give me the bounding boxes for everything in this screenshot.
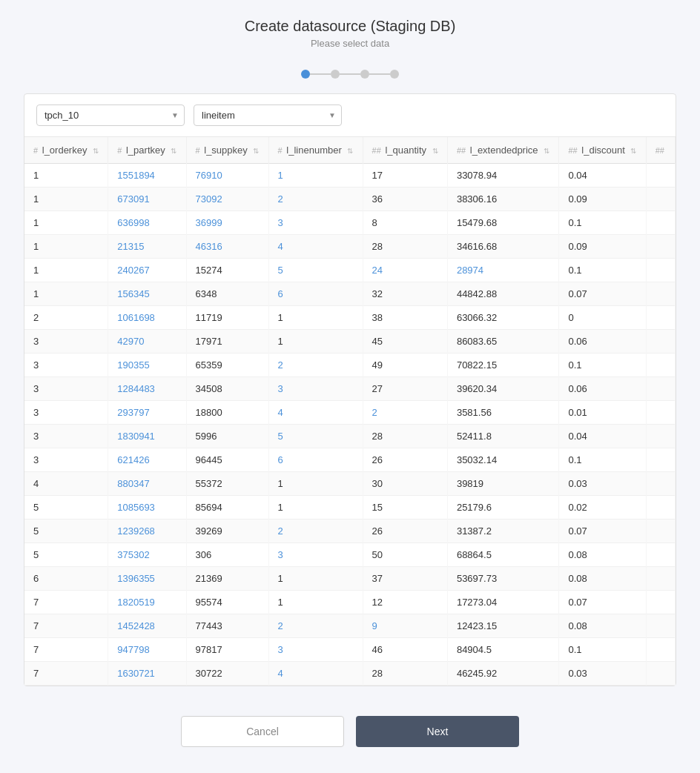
col-header-l_partkey[interactable]: # l_partkey ⇅ — [108, 137, 186, 164]
table-cell: 0.07 — [559, 591, 646, 614]
table-cell: 3 — [268, 211, 363, 235]
col-header-l_discount[interactable]: ## l_discount ⇅ — [559, 137, 646, 164]
table-cell: 39620.34 — [447, 377, 559, 401]
table-cell: 37 — [363, 567, 447, 591]
table-cell: 3 — [24, 377, 108, 401]
table-cell: 5 — [24, 520, 108, 543]
table-cell: 0.06 — [559, 377, 646, 401]
table-cell — [646, 543, 675, 567]
step-line-3 — [369, 73, 390, 75]
table-row: 312844833450832739620.340.06 — [24, 377, 676, 401]
table-cell — [646, 591, 675, 614]
table-row: 3429701797114586083.650.06 — [24, 330, 676, 354]
table-cell: 63066.32 — [447, 306, 559, 330]
table-cell: 3 — [24, 354, 108, 377]
sort-icon-l_discount: ⇅ — [630, 147, 636, 155]
table-cell: 35032.14 — [447, 448, 559, 472]
table-row: 488034755372130398190.03 — [24, 472, 676, 496]
table-cell: 12423.15 — [447, 614, 559, 638]
table-cell: 2 — [24, 306, 108, 330]
table-cell: 8 — [363, 211, 447, 235]
table-row: 1213154631642834616.680.09 — [24, 235, 676, 259]
col-header-l_suppkey[interactable]: # l_suppkey ⇅ — [186, 137, 268, 164]
table-cell: 12 — [363, 591, 447, 614]
table-row: 79477989781734684904.50.1 — [24, 638, 676, 662]
table-row: 1156345634863244842.880.07 — [24, 282, 676, 306]
table-cell: 1 — [268, 567, 363, 591]
table-row: 613963552136913753697.730.08 — [24, 567, 676, 591]
table-cell — [646, 614, 675, 638]
table-cell: 15274 — [186, 259, 268, 282]
table-cell — [646, 638, 675, 662]
table-dropdown[interactable]: lineitem ▼ — [194, 104, 342, 126]
table-cell: 5996 — [186, 425, 268, 448]
table-row: 537530230635068864.50.08 — [24, 543, 676, 567]
table-cell: 1396355 — [108, 567, 186, 591]
table-container[interactable]: # l_orderkey ⇅ # l_partkey ⇅ # l_suppkey… — [24, 137, 676, 686]
table-cell: 4 — [268, 401, 363, 425]
step-line-2 — [340, 73, 360, 75]
table-cell: 55372 — [186, 472, 268, 496]
table-row: 718205199557411217273.040.07 — [24, 591, 676, 614]
table-cell: 44842.88 — [447, 282, 559, 306]
table-cell: 4 — [268, 235, 363, 259]
sort-icon-l_quantity: ⇅ — [432, 147, 438, 155]
table-row: 36214269644562635032.140.1 — [24, 448, 676, 472]
database-select[interactable]: tpch_10 — [36, 104, 185, 126]
col-header-l_quantity[interactable]: ## l_quantity ⇅ — [363, 137, 447, 164]
col-header-l_orderkey[interactable]: # l_orderkey ⇅ — [24, 137, 108, 164]
table-cell: 1 — [268, 496, 363, 520]
table-cell: 2 — [268, 614, 363, 638]
table-cell: 7 — [24, 662, 108, 686]
table-select[interactable]: lineitem — [194, 104, 342, 126]
table-cell: 46245.92 — [447, 662, 559, 686]
next-button[interactable]: Next — [356, 716, 519, 747]
table-cell: 65359 — [186, 354, 268, 377]
sort-icon-l_partkey: ⇅ — [171, 147, 176, 155]
table-cell: 50 — [363, 543, 447, 567]
table-cell: 6348 — [186, 282, 268, 306]
sort-icon-l_extendedprice: ⇅ — [544, 147, 549, 155]
table-cell: 1 — [268, 306, 363, 330]
table-cell: 17 — [363, 164, 447, 188]
table-cell: 38 — [363, 306, 447, 330]
table-cell: 28 — [363, 662, 447, 686]
table-cell: 293797 — [108, 401, 186, 425]
table-cell: 190355 — [108, 354, 186, 377]
table-cell: 5 — [268, 425, 363, 448]
table-row: 71452428774432912423.150.08 — [24, 614, 676, 638]
col-header-l_linenumber[interactable]: # l_linenumber ⇅ — [268, 137, 363, 164]
col-header-l_extendedprice[interactable]: ## l_extendedprice ⇅ — [447, 137, 559, 164]
table-cell — [646, 662, 675, 686]
table-cell: 38306.16 — [447, 188, 559, 211]
table-row: 16730917309223638306.160.09 — [24, 188, 676, 211]
table-cell: 26 — [363, 448, 447, 472]
table-cell: 4 — [24, 472, 108, 496]
table-cell: 1452428 — [108, 614, 186, 638]
table-cell: 49 — [363, 354, 447, 377]
table-cell: 1 — [24, 259, 108, 282]
table-cell: 1 — [24, 282, 108, 306]
table-cell: 1820519 — [108, 591, 186, 614]
table-cell: 6 — [268, 448, 363, 472]
table-cell: 5 — [24, 496, 108, 520]
table-cell: 1830941 — [108, 425, 186, 448]
step-3-dot — [360, 70, 369, 79]
table-cell: 34616.68 — [447, 235, 559, 259]
table-cell — [646, 259, 675, 282]
table-cell: 45 — [363, 330, 447, 354]
table-cell: 1 — [24, 164, 108, 188]
table-cell — [646, 164, 675, 188]
table-cell: 0.1 — [559, 448, 646, 472]
database-dropdown[interactable]: tpch_10 ▼ — [36, 104, 185, 126]
table-cell: 70822.15 — [447, 354, 559, 377]
table-cell: 42970 — [108, 330, 186, 354]
table-cell: 86083.65 — [447, 330, 559, 354]
table-cell: 73092 — [186, 188, 268, 211]
table-cell — [646, 330, 675, 354]
data-table: # l_orderkey ⇅ # l_partkey ⇅ # l_suppkey… — [24, 137, 676, 686]
table-cell: 33078.94 — [447, 164, 559, 188]
sort-icon-l_suppkey: ⇅ — [253, 147, 259, 155]
cancel-button[interactable]: Cancel — [181, 716, 344, 747]
table-cell: 27 — [363, 377, 447, 401]
